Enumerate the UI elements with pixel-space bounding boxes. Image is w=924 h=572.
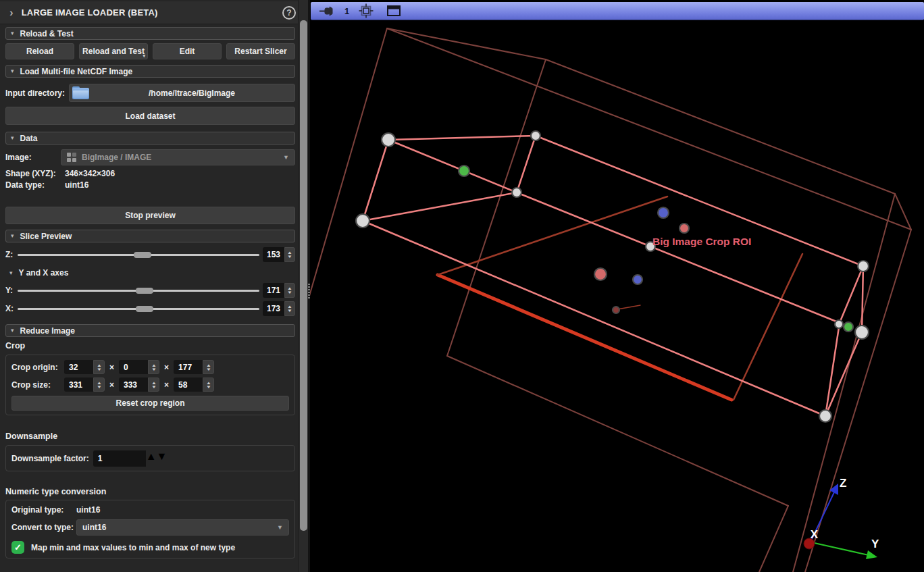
section-header-netcdf[interactable]: ▾ Load Multi-file NetCDF Image [5, 65, 295, 78]
spin-arrows[interactable]: ▲▼ [148, 360, 159, 374]
z-spinbox[interactable]: 153 [263, 247, 284, 262]
view3d-container[interactable]: 1 Big Image Crop ROIZYX [310, 0, 924, 572]
slider-handle[interactable] [134, 252, 151, 258]
y-spinbox[interactable]: 171 [263, 283, 284, 298]
crop-origin-x-spinbox[interactable]: 32 ▲▼ [64, 360, 105, 374]
panel-scrollbar[interactable] [298, 0, 308, 572]
section-label: Y and X axes [19, 268, 69, 278]
white-roi-handle[interactable] [512, 188, 521, 197]
section-label: Data [20, 134, 38, 143]
x-spin-arrows[interactable]: ▲ ▼ [284, 301, 295, 316]
spin-down-icon: ▼ [157, 450, 168, 462]
blue-roi-handle[interactable] [658, 207, 669, 218]
reload-button[interactable]: Reload [5, 43, 74, 59]
edit-button[interactable]: Edit [153, 43, 222, 59]
downsample-groupbox: Downsample factor: 1 ▲▼ [5, 445, 295, 471]
image-bounds-edge [387, 28, 911, 230]
times-separator: × [109, 363, 114, 372]
z-spin-arrows[interactable]: ▲ ▼ [284, 247, 295, 262]
crop-roi-edge[interactable] [388, 136, 536, 140]
white-roi-handle[interactable] [855, 326, 869, 339]
crop-roi-edge[interactable] [388, 140, 517, 192]
z-slider[interactable] [18, 247, 259, 262]
white-roi-handle[interactable] [531, 131, 540, 140]
section-header-y-x-axes[interactable]: ▾ Y and X axes [5, 267, 295, 278]
crop-roi-edge[interactable] [840, 266, 863, 323]
crop-roi-edge[interactable] [825, 332, 862, 416]
image-row: Image: BigImage / IMAGE ▼ [5, 149, 295, 165]
spin-down-icon[interactable]: ▼ [287, 309, 292, 313]
x-spinbox[interactable]: 173 [263, 301, 284, 316]
section-header-slice-preview[interactable]: ▾ Slice Preview [5, 230, 295, 242]
spin-arrows[interactable]: ▲▼ [203, 378, 214, 392]
crop-roi-edge[interactable] [517, 136, 536, 192]
section-label: Reduce Image [20, 326, 75, 336]
restart-slicer-button[interactable]: Restart Slicer [226, 43, 295, 59]
spin-arrows[interactable]: ▲▼ [93, 378, 105, 392]
slider-handle[interactable] [136, 288, 153, 294]
times-separator: × [164, 380, 169, 390]
times-separator: × [164, 363, 169, 372]
crop-origin-z-spinbox[interactable]: 177 ▲▼ [174, 360, 214, 374]
crop-size-z-spinbox[interactable]: 58 ▲▼ [174, 378, 214, 392]
white-roi-handle[interactable] [819, 410, 831, 422]
axis-y-arrow [811, 542, 869, 555]
spin-arrows[interactable]: ▲▼ [148, 378, 159, 392]
y-slider[interactable] [18, 283, 259, 298]
check-icon: ✓ [14, 542, 22, 552]
crop-roi-edge[interactable] [363, 221, 825, 416]
darkred-roi-handle[interactable] [613, 307, 619, 313]
blue-roi-handle[interactable] [633, 275, 642, 284]
spin-arrows[interactable]: ▲▼ [93, 360, 105, 374]
shape-row: Shape (XYZ): 346×342×306 [5, 169, 295, 178]
downsample-spinbox[interactable]: 1 ▲▼ [93, 450, 168, 467]
convert-type-value: uint16 [82, 523, 106, 532]
axis-z-label: Z [840, 477, 846, 490]
input-directory-label: Input directory: [5, 88, 65, 98]
white-roi-handle[interactable] [382, 133, 395, 147]
collapse-arrow-icon: ▾ [11, 135, 14, 141]
load-dataset-button[interactable]: Load dataset [5, 107, 295, 125]
map-minmax-checkbox[interactable]: ✓ [11, 541, 24, 554]
menu-indicator-icon: ▾ [143, 53, 145, 59]
help-icon: ? [286, 8, 291, 18]
white-roi-handle[interactable] [835, 320, 843, 328]
image-combobox[interactable]: BigImage / IMAGE ▼ [61, 149, 295, 165]
section-header-data[interactable]: ▾ Data [5, 132, 295, 145]
green-roi-handle[interactable] [459, 165, 469, 176]
crop-roi-edge[interactable] [517, 192, 840, 323]
red-roi-handle[interactable] [594, 268, 607, 280]
crop-roi-edge[interactable] [363, 140, 388, 221]
slice-plane-edge [617, 305, 640, 309]
axis-y-arrowhead-icon [866, 550, 877, 559]
stop-preview-button[interactable]: Stop preview [5, 207, 295, 224]
section-header-reload-test[interactable]: ▾ Reload & Test [5, 27, 295, 40]
spin-arrows[interactable]: ▲▼ [203, 360, 214, 374]
view3d-scene[interactable]: Big Image Crop ROIZYX [310, 0, 924, 572]
section-header-reduce-image[interactable]: ▾ Reduce Image [5, 324, 295, 337]
collapse-chevron-icon[interactable]: › [9, 7, 14, 18]
reload-and-test-button[interactable]: Reload and Test ▾ [79, 43, 148, 59]
crop-size-y-spinbox[interactable]: 333 ▲▼ [119, 378, 159, 392]
spin-down-icon[interactable]: ▼ [287, 255, 292, 259]
reset-crop-button[interactable]: Reset crop region [11, 396, 289, 411]
red-roi-handle[interactable] [679, 224, 689, 233]
module-header[interactable]: › LARGE IMAGE LOADER (BETA) ? [0, 1, 308, 24]
crop-roi-edge[interactable] [825, 323, 840, 416]
numeric-conversion-title: Numeric type conversion [5, 487, 295, 497]
convert-type-combobox[interactable]: uint16 ▼ [76, 519, 289, 536]
input-directory-picker[interactable]: /home/ltrace/BigImage [69, 84, 295, 102]
crop-size-x-spinbox[interactable]: 331 ▲▼ [64, 378, 105, 392]
spin-down-icon[interactable]: ▼ [287, 290, 292, 294]
crop-origin-y-spinbox[interactable]: 0 ▲▼ [119, 360, 159, 374]
spin-arrows[interactable]: ▲▼ [146, 450, 168, 467]
white-roi-handle[interactable] [356, 214, 369, 228]
crop-roi-edge[interactable] [862, 266, 863, 332]
white-roi-handle[interactable] [858, 261, 869, 271]
y-spin-arrows[interactable]: ▲ ▼ [284, 283, 295, 298]
scrollbar-thumb[interactable] [300, 20, 307, 531]
x-slider[interactable] [18, 301, 259, 316]
slider-handle[interactable] [136, 306, 153, 312]
help-button[interactable]: ? [282, 6, 296, 20]
green-roi-handle[interactable] [844, 322, 853, 332]
